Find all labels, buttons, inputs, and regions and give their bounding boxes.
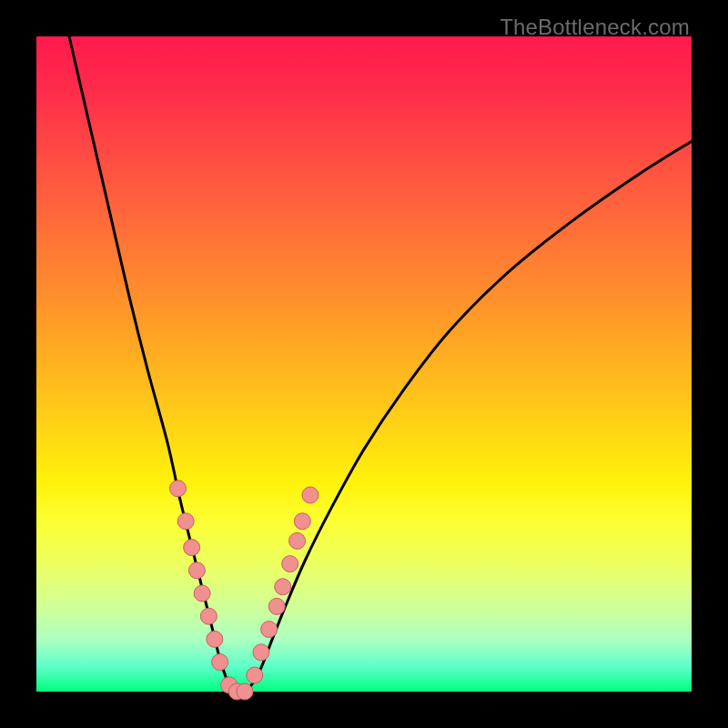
marker-point [302, 487, 318, 503]
marker-point [237, 683, 253, 700]
marker-point [200, 608, 217, 624]
marker-point [253, 644, 269, 661]
marker-point [289, 532, 306, 549]
marker-point [282, 556, 298, 572]
bottleneck-curve [69, 36, 692, 693]
marker-point [247, 667, 263, 683]
marker-point [177, 513, 194, 530]
marker-point [184, 540, 200, 556]
marker-point [261, 622, 278, 638]
plot-area [36, 36, 692, 692]
marker-point [170, 480, 187, 497]
marker-point [294, 513, 310, 530]
marker-point [212, 654, 228, 671]
marker-point [268, 598, 285, 614]
marker-point [188, 562, 205, 579]
marker-group [170, 480, 318, 700]
chart-container: TheBottleneck.com [0, 0, 728, 728]
marker-point [194, 585, 210, 602]
watermark-text: TheBottleneck.com [500, 15, 690, 40]
marker-point [275, 579, 291, 595]
curve-svg [36, 36, 692, 692]
marker-point [207, 631, 223, 647]
